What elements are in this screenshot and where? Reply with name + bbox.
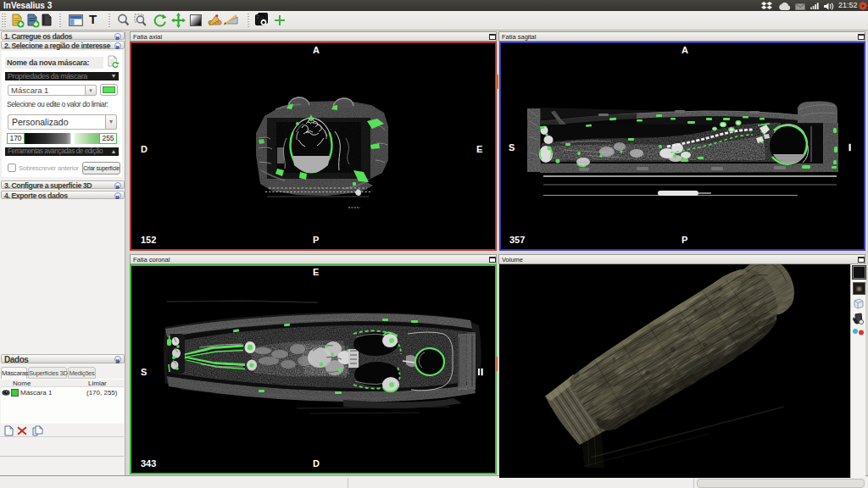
svg-text:E: E <box>313 267 319 277</box>
svg-text:E: E <box>476 144 482 154</box>
svg-text:S: S <box>509 142 515 152</box>
svg-text:P: P <box>682 235 687 245</box>
svg-text:S: S <box>141 367 147 377</box>
svg-text:D: D <box>313 458 320 469</box>
svg-text:343: 343 <box>141 458 156 469</box>
svg-text:P: P <box>313 235 319 245</box>
svg-text:D: D <box>141 144 147 154</box>
svg-text:152: 152 <box>141 235 156 245</box>
svg-text:A: A <box>313 45 320 55</box>
svg-text:A: A <box>682 45 688 55</box>
svg-text:357: 357 <box>509 235 525 245</box>
